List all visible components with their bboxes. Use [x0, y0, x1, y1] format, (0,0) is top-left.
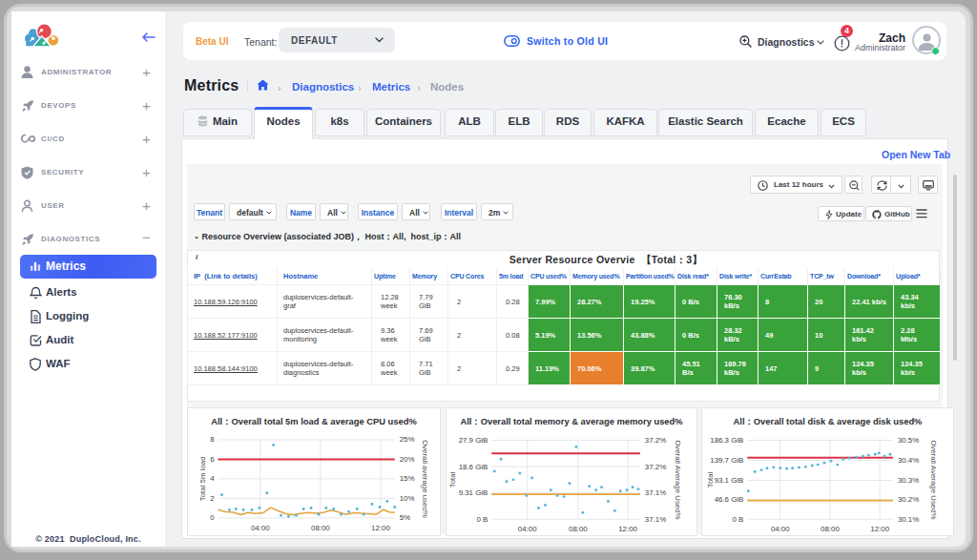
svg-text:186.3 GiB: 186.3 GiB — [710, 436, 743, 445]
svg-text:0 B: 0 B — [732, 515, 743, 524]
svg-text:Overall Average Used%: Overall Average Used% — [929, 440, 938, 519]
svg-text:Total: Total — [706, 471, 715, 487]
svg-text:Overall average used%: Overall average used% — [421, 440, 429, 518]
svg-text:30.2%: 30.2% — [898, 495, 919, 504]
svg-text:04:00: 04:00 — [771, 525, 790, 533]
svg-text:139.7 GiB: 139.7 GiB — [710, 456, 743, 465]
svg-text:0: 0 — [210, 513, 215, 522]
svg-text:37.2%: 37.2% — [645, 436, 666, 445]
svg-text:10%: 10% — [400, 494, 415, 503]
svg-text:30.4%: 30.4% — [898, 456, 919, 465]
svg-text:04:00: 04:00 — [251, 524, 270, 532]
svg-text:Total 5m load: Total 5m load — [198, 456, 207, 501]
svg-text:30.5%: 30.5% — [898, 436, 919, 445]
svg-text:2: 2 — [210, 494, 214, 503]
svg-text:37.2%: 37.2% — [645, 463, 666, 471]
svg-text:Overall Average Used%: Overall Average Used% — [674, 440, 682, 519]
svg-text:37.1%: 37.1% — [645, 515, 666, 524]
svg-text:All：Overall total 5m load & av: All：Overall total 5m load & average CPU … — [211, 417, 417, 426]
svg-text:18.6 GiB: 18.6 GiB — [459, 463, 488, 471]
svg-text:08:00: 08:00 — [569, 525, 588, 533]
svg-text:All：Overall total memory & ave: All：Overall total memory & average memor… — [460, 417, 683, 426]
svg-text:4: 4 — [210, 474, 215, 483]
svg-text:46.6 GiB: 46.6 GiB — [715, 495, 744, 504]
svg-text:04:00: 04:00 — [518, 525, 537, 533]
svg-text:08:00: 08:00 — [821, 525, 840, 533]
svg-text:12:00: 12:00 — [870, 525, 889, 533]
svg-text:20%: 20% — [400, 455, 415, 464]
svg-text:12:00: 12:00 — [371, 524, 390, 532]
svg-text:08:00: 08:00 — [311, 524, 330, 532]
svg-text:12:00: 12:00 — [618, 525, 637, 533]
svg-text:All：Overall total disk & avera: All：Overall total disk & average disk us… — [734, 417, 924, 426]
svg-text:9.31 GiB: 9.31 GiB — [459, 488, 488, 497]
svg-text:Total: Total — [448, 471, 457, 487]
svg-text:37.1%: 37.1% — [645, 488, 666, 497]
svg-text:8: 8 — [210, 435, 215, 444]
svg-text:93.1 GiB: 93.1 GiB — [715, 476, 744, 485]
svg-text:5%: 5% — [400, 513, 410, 522]
svg-text:25%: 25% — [400, 435, 415, 444]
svg-text:30.1%: 30.1% — [898, 515, 919, 524]
svg-text:27.9 GiB: 27.9 GiB — [459, 436, 488, 445]
svg-text:30.3%: 30.3% — [898, 476, 919, 485]
svg-text:0 B: 0 B — [476, 515, 488, 524]
svg-text:15%: 15% — [400, 474, 415, 483]
svg-text:6: 6 — [210, 455, 215, 464]
